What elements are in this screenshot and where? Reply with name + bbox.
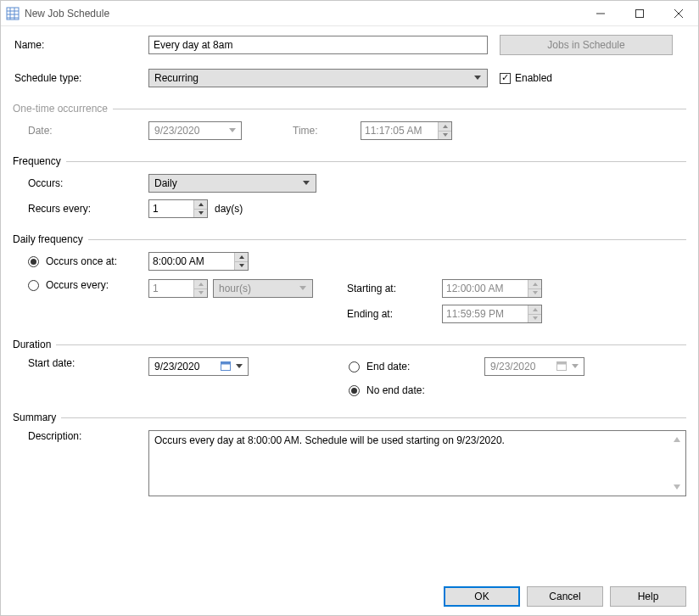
start-date-label: Start date:: [13, 357, 148, 369]
chevron-down-icon: [300, 181, 312, 186]
days-unit-label: day(s): [208, 203, 243, 215]
name-label: Name:: [13, 39, 148, 51]
schedule-type-value: Recurring: [154, 72, 472, 84]
checkbox-icon: [500, 73, 511, 84]
occurs-every-unit-select: hour(s): [213, 279, 313, 298]
starting-at-label: Starting at:: [347, 283, 442, 294]
start-date-picker[interactable]: 9/23/2020: [148, 357, 249, 376]
minimize-button[interactable]: [581, 1, 620, 26]
schedule-type-label: Schedule type:: [13, 72, 148, 84]
spin-down-icon[interactable]: [235, 262, 248, 271]
end-date-picker: 9/23/2020: [484, 357, 584, 376]
chevron-down-icon: [297, 286, 309, 291]
ok-button[interactable]: OK: [444, 586, 520, 607]
scroll-up-icon[interactable]: [670, 433, 684, 446]
occurs-once-at-radio[interactable]: Occurs once at:: [13, 255, 148, 267]
spin-up-icon[interactable]: [194, 200, 207, 210]
svg-rect-7: [636, 9, 644, 17]
description-textarea[interactable]: Occurs every day at 8:00:00 AM. Schedule…: [148, 430, 686, 496]
jobs-in-schedule-button: Jobs in Schedule: [500, 35, 673, 55]
one-time-date-label: Date:: [13, 125, 148, 137]
maximize-button[interactable]: [620, 1, 659, 26]
occurs-label: Occurs:: [13, 177, 148, 189]
chevron-down-icon: [472, 76, 484, 81]
app-icon: [6, 7, 20, 20]
spin-down-icon: [194, 289, 207, 298]
spin-up-icon: [439, 122, 451, 132]
window-title: New Job Schedule: [25, 8, 109, 20]
title-bar: New Job Schedule: [1, 1, 698, 26]
end-date-radio[interactable]: End date:: [349, 361, 484, 372]
one-time-time-spinner: 11:17:05 AM: [361, 121, 452, 140]
daily-frequency-group-header: Daily frequency: [13, 233, 686, 245]
svg-rect-11: [221, 362, 231, 365]
one-time-date-picker: 9/23/2020: [148, 121, 242, 140]
duration-group-header: Duration: [13, 339, 686, 350]
chevron-down-icon: [229, 128, 238, 133]
spin-down-icon: [439, 132, 451, 140]
recurs-every-label: Recurs every:: [13, 203, 148, 215]
radio-icon: [349, 361, 360, 372]
frequency-group-header: Frequency: [13, 155, 686, 167]
spin-up-icon: [528, 305, 541, 315]
no-end-date-radio[interactable]: No end date:: [349, 384, 484, 396]
radio-icon: [28, 256, 39, 267]
occurs-every-radio[interactable]: Occurs every:: [13, 279, 148, 291]
summary-group-header: Summary: [13, 412, 686, 423]
starting-at-spinner: 12:00:00 AM: [442, 279, 542, 298]
occurs-select[interactable]: Daily: [148, 174, 316, 193]
ending-at-spinner: 11:59:59 PM: [442, 305, 542, 323]
spin-up-icon: [528, 280, 541, 289]
spin-up-icon: [194, 280, 207, 289]
cancel-button[interactable]: Cancel: [527, 586, 603, 607]
spin-down-icon: [528, 315, 541, 323]
scroll-down-icon[interactable]: [670, 480, 684, 494]
chevron-down-icon: [572, 364, 580, 369]
spin-down-icon: [528, 289, 541, 298]
recurs-every-spinner[interactable]: 1: [148, 199, 208, 218]
radio-icon: [28, 280, 39, 291]
close-button[interactable]: [659, 1, 698, 26]
enabled-checkbox[interactable]: Enabled: [500, 72, 552, 84]
svg-rect-13: [557, 362, 567, 365]
chevron-down-icon: [236, 364, 244, 369]
calendar-icon: [556, 361, 568, 372]
radio-icon: [349, 385, 360, 396]
dialog-footer: OK Cancel Help: [1, 580, 698, 615]
enabled-label: Enabled: [515, 72, 552, 84]
name-input[interactable]: [148, 36, 488, 54]
one-time-time-label: Time:: [242, 125, 361, 137]
spin-up-icon[interactable]: [235, 253, 248, 262]
spin-down-icon[interactable]: [194, 210, 207, 218]
calendar-icon: [221, 361, 232, 372]
occurs-every-value-spinner: 1: [148, 279, 208, 298]
help-button[interactable]: Help: [610, 586, 686, 607]
ending-at-label: Ending at:: [347, 308, 442, 320]
one-time-group-header: One-time occurrence: [13, 103, 686, 115]
schedule-type-select[interactable]: Recurring: [148, 69, 488, 87]
occurs-once-at-time-spinner[interactable]: 8:00:00 AM: [148, 252, 249, 271]
description-label: Description:: [13, 430, 148, 442]
